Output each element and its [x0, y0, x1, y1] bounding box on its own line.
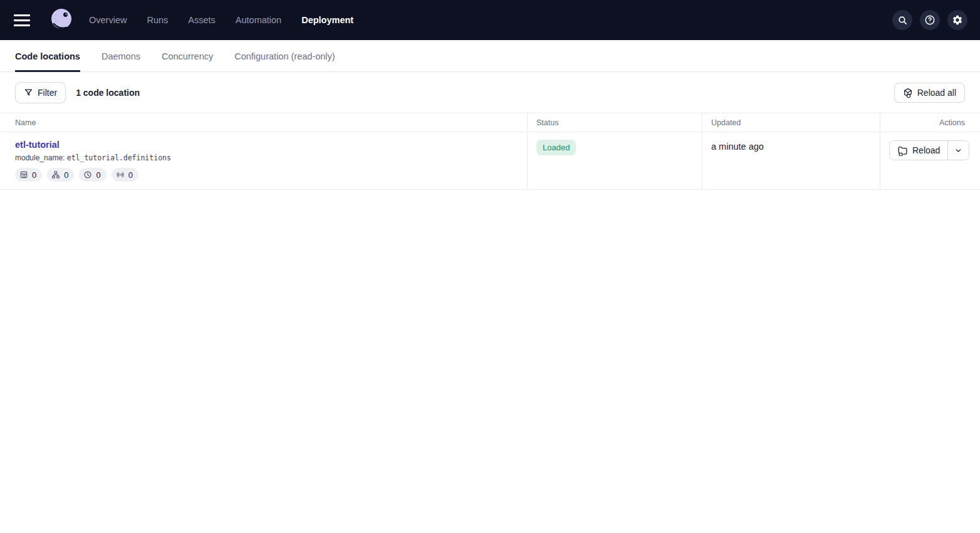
tab-daemons[interactable]: Daemons — [102, 51, 140, 71]
reload-dropdown-button[interactable] — [947, 141, 969, 160]
filter-icon — [24, 88, 33, 97]
status-badge: Loaded — [536, 140, 576, 155]
dagster-logo[interactable] — [48, 6, 75, 34]
search-icon — [897, 15, 908, 26]
nav-item-runs[interactable]: Runs — [147, 15, 168, 25]
reload-button-label: Reload — [912, 145, 940, 155]
code-locations-table: Name Status Updated Actions etl-tutorial… — [0, 113, 980, 190]
module-name-value: etl_tutorial.definitions — [67, 153, 171, 162]
reload-all-button[interactable]: Reload all — [894, 83, 965, 103]
reload-split-button: Reload — [889, 140, 969, 160]
status-cell: Loaded — [527, 132, 702, 189]
sensors-count-chip: 0 — [112, 168, 138, 182]
deployment-tabs: Code locations Daemons Concurrency Confi… — [0, 40, 980, 72]
sensors-icon — [116, 170, 125, 179]
package-reload-icon — [903, 88, 913, 98]
code-location-count: 1 code location — [76, 88, 140, 98]
assets-icon — [19, 170, 28, 179]
updated-text: a minute ago — [711, 140, 871, 152]
hamburger-menu-icon[interactable] — [14, 11, 31, 29]
definition-count-chips: 0 0 0 — [15, 168, 518, 182]
code-location-link[interactable]: etl-tutorial — [15, 140, 60, 150]
settings-button[interactable] — [947, 10, 967, 30]
sensors-count: 0 — [128, 170, 133, 180]
jobs-count: 0 — [64, 170, 68, 180]
search-button[interactable] — [892, 10, 912, 30]
schedules-icon — [83, 170, 92, 179]
schedules-count: 0 — [96, 170, 100, 180]
jobs-count-chip: 0 — [47, 168, 74, 182]
filter-button-label: Filter — [38, 88, 57, 98]
table-row: etl-tutorial module_name: etl_tutorial.d… — [0, 132, 980, 190]
help-icon — [924, 14, 936, 26]
module-name-label: module_name: — [15, 153, 65, 162]
table-header-row: Name Status Updated Actions — [0, 113, 980, 132]
primary-nav: Overview Runs Assets Automation Deployme… — [89, 15, 353, 25]
folder-reload-icon — [897, 145, 908, 156]
help-button[interactable] — [920, 10, 940, 30]
column-header-status: Status — [527, 113, 702, 132]
code-locations-toolbar: Filter 1 code location Reload all — [0, 72, 980, 113]
assets-count-chip: 0 — [15, 168, 42, 182]
filter-button[interactable]: Filter — [15, 82, 66, 103]
chevron-down-icon — [954, 147, 962, 155]
nav-item-assets[interactable]: Assets — [188, 15, 216, 25]
name-cell: etl-tutorial module_name: etl_tutorial.d… — [0, 132, 527, 189]
column-header-updated: Updated — [702, 113, 880, 132]
nav-item-overview[interactable]: Overview — [89, 15, 127, 25]
column-header-actions: Actions — [880, 113, 980, 132]
column-header-name: Name — [0, 113, 527, 132]
settings-icon — [952, 14, 963, 26]
actions-cell: Reload — [880, 132, 980, 189]
tab-code-locations[interactable]: Code locations — [15, 51, 80, 71]
dagster-octopus-icon — [48, 7, 75, 33]
tab-configuration[interactable]: Configuration (read-only) — [234, 51, 335, 71]
tab-concurrency[interactable]: Concurrency — [162, 51, 213, 71]
reload-all-label: Reload all — [917, 88, 956, 98]
schedules-count-chip: 0 — [79, 168, 106, 182]
nav-item-deployment[interactable]: Deployment — [301, 15, 353, 25]
reload-button[interactable]: Reload — [890, 141, 947, 160]
module-name-line: module_name: etl_tutorial.definitions — [15, 153, 518, 162]
top-navigation: Overview Runs Assets Automation Deployme… — [0, 0, 980, 40]
jobs-icon — [51, 170, 60, 179]
nav-item-automation[interactable]: Automation — [236, 15, 281, 25]
updated-cell: a minute ago — [702, 132, 880, 189]
assets-count: 0 — [32, 170, 36, 180]
topnav-icon-buttons — [892, 10, 967, 30]
